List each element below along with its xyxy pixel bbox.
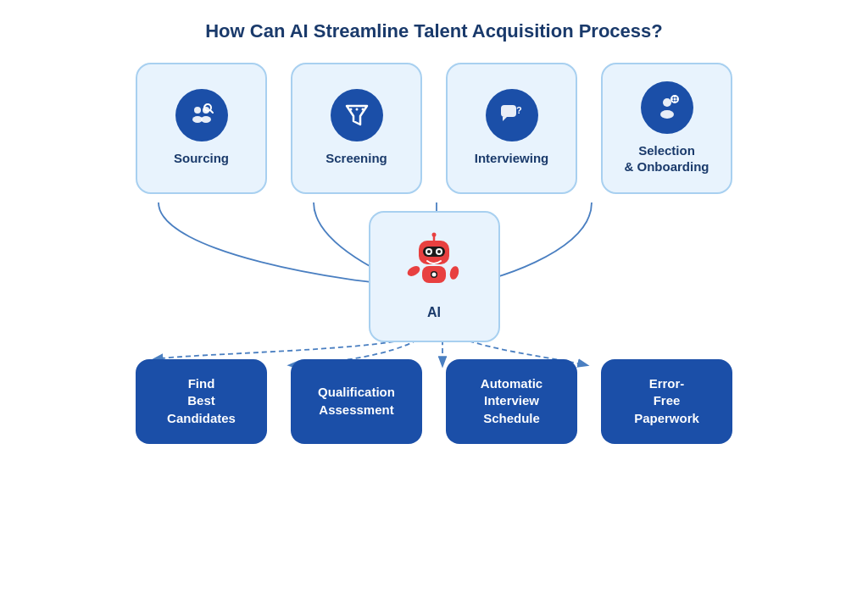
middle-row: AI [369,211,500,342]
svg-point-33 [432,273,437,277]
diagram-container: How Can AI Streamline Talent Acquisition… [27,12,841,588]
svg-point-27 [427,250,431,253]
top-card-interviewing: ? Interviewing [446,63,577,194]
page-title: How Can AI Streamline Talent Acquisition… [205,20,663,42]
ai-card: AI [369,211,500,342]
bottom-card-interview-schedule: Automatic Interview Schedule [446,359,577,444]
svg-point-35 [448,265,460,280]
interviewing-label: Interviewing [475,150,549,167]
top-card-screening: Screening [291,63,422,194]
svg-point-3 [201,116,211,123]
svg-text:?: ? [516,105,522,115]
selection-label: Selection & Onboarding [625,142,709,175]
top-card-selection: Selection & Onboarding [601,63,732,194]
bottom-card-find-candidates: Find Best Candidates [136,359,267,444]
screening-label: Screening [326,150,387,167]
svg-line-5 [210,110,213,113]
bottom-card-qualification: Qualification Assessment [291,359,422,444]
svg-rect-10 [501,105,516,117]
interviewing-icon: ? [486,89,538,141]
find-candidates-label: Find Best Candidates [167,375,236,427]
svg-point-34 [406,264,422,279]
sourcing-icon [175,89,228,141]
svg-point-30 [432,233,437,237]
top-row: Sourcing Screening [136,63,732,194]
sourcing-label: Sourcing [174,150,229,167]
qualification-label: Qualification Assessment [318,384,395,419]
ai-label: AI [427,305,441,320]
bottom-row: Find Best Candidates Qualification Asses… [136,359,732,444]
svg-point-14 [660,110,674,119]
svg-point-16 [673,97,676,100]
svg-point-9 [361,108,364,111]
svg-point-8 [355,108,358,111]
robot-icon [400,232,468,300]
svg-point-0 [194,107,201,114]
paperwork-label: Error- Free Paperwork [634,375,699,427]
bottom-card-paperwork: Error- Free Paperwork [601,359,732,444]
selection-icon [641,81,693,134]
svg-marker-11 [503,117,507,121]
top-card-sourcing: Sourcing [136,63,267,194]
svg-point-7 [349,108,352,111]
svg-point-28 [437,250,441,253]
interview-schedule-label: Automatic Interview Schedule [481,375,542,427]
svg-point-13 [663,98,671,107]
screening-icon [331,89,383,141]
